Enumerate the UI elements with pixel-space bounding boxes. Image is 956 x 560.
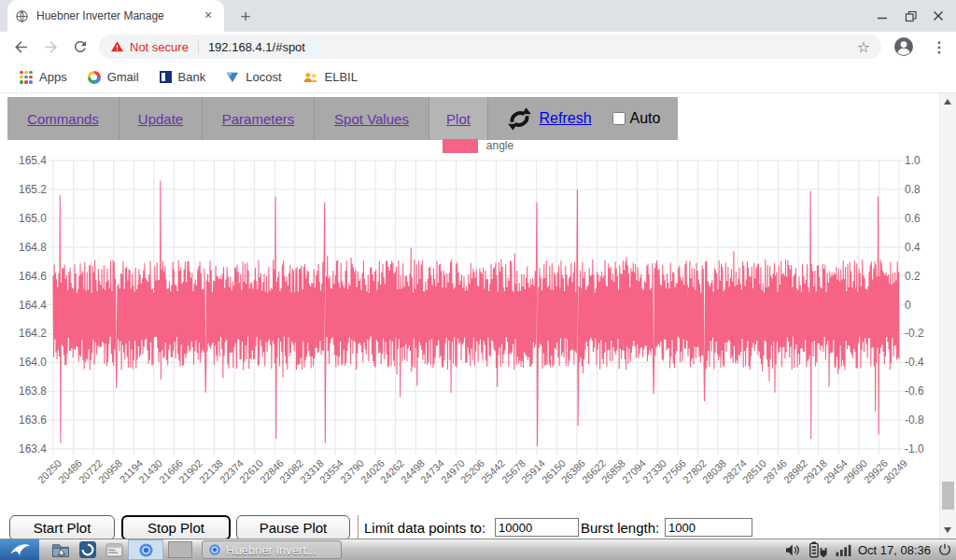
- scroll-up-icon[interactable]: [944, 99, 951, 105]
- restore-icon[interactable]: [896, 2, 924, 30]
- y-axis-left-label: 164.0: [0, 356, 47, 369]
- back-icon[interactable]: [7, 34, 34, 60]
- omnibox-divider: [198, 39, 199, 54]
- power-icon[interactable]: [937, 542, 952, 557]
- app-swirl-icon[interactable]: [76, 540, 100, 559]
- minimize-icon[interactable]: [868, 2, 896, 30]
- pause-plot-button[interactable]: Pause Plot: [236, 515, 350, 539]
- bookmark-label: Locost: [246, 70, 281, 84]
- screen: Huebner Inverter Manage × +: [0, 0, 956, 560]
- chromium-launcher[interactable]: [128, 539, 163, 560]
- system-tray: Oct 17, 08:36: [784, 539, 956, 560]
- new-tab-button[interactable]: +: [233, 5, 258, 29]
- burst-input[interactable]: [665, 518, 752, 537]
- plot-controls: Start Plot Stop Plot Pause Plot Limit da…: [0, 515, 956, 539]
- y-axis-left-label: 163.4: [0, 442, 47, 455]
- burst-label: Burst length:: [581, 520, 659, 536]
- terminal-window-icon[interactable]: [102, 540, 126, 559]
- bank-icon: [160, 71, 172, 83]
- taskbar-clock[interactable]: Oct 17, 08:36: [858, 543, 931, 557]
- y-axis-right-label: -0.6: [905, 385, 924, 398]
- y-axis-right-label: 0.4: [905, 241, 921, 254]
- page-content: Commands Update Parameters Spot Values P…: [0, 93, 956, 539]
- profile-avatar[interactable]: [893, 35, 915, 58]
- bird-logo-icon: [7, 542, 32, 557]
- y-axis-left-label: 164.2: [0, 327, 47, 340]
- y-axis-right-label: -0.8: [905, 413, 924, 427]
- forward-icon[interactable]: [37, 34, 63, 60]
- bookmark-label: ELBIL: [325, 70, 358, 84]
- y-axis-left-label: 164.4: [0, 299, 47, 312]
- browser-toolbar: Not secure 192.168.4.1/#spot ☆ ⋮: [0, 32, 956, 62]
- tab-close-icon[interactable]: ×: [200, 7, 217, 24]
- volume-icon[interactable]: [784, 543, 802, 557]
- desktop-pager[interactable]: [168, 541, 192, 558]
- warning-icon: [110, 40, 124, 53]
- page-scrollbar[interactable]: [939, 93, 956, 539]
- scrollbar-thumb[interactable]: [942, 482, 954, 510]
- signal-strength-icon[interactable]: [836, 543, 851, 556]
- people-icon: [302, 71, 318, 84]
- controls-divider: [358, 515, 358, 539]
- y-axis-left-label: 164.8: [0, 241, 47, 254]
- limit-input[interactable]: [495, 518, 579, 537]
- bookmark-star-icon[interactable]: ☆: [857, 38, 870, 56]
- bookmark-elbil[interactable]: ELBIL: [292, 66, 368, 88]
- y-axis-left-label: 164.6: [0, 270, 47, 283]
- y-axis-right-label: 1.0: [905, 154, 921, 167]
- y-axis-right-label: 0.6: [905, 212, 921, 225]
- chromium-icon: [138, 542, 154, 558]
- bookmark-locost[interactable]: Locost: [216, 66, 291, 88]
- tab-strip: Huebner Inverter Manage × +: [0, 0, 956, 32]
- bookmark-gmail[interactable]: Gmail: [77, 66, 149, 88]
- file-manager-icon[interactable]: [49, 540, 73, 559]
- taskbar-window-label: Huebner Invert...: [226, 543, 316, 557]
- taskbar-window-button[interactable]: Huebner Invert...: [202, 540, 342, 559]
- bookmarks-bar: Apps Gmail Bank Locost ELBIL: [0, 62, 956, 93]
- y-axis-left-label: 163.6: [0, 413, 47, 427]
- close-icon[interactable]: [924, 2, 952, 30]
- y-axis-left-label: 165.0: [0, 212, 47, 225]
- address-bar[interactable]: Not secure 192.168.4.1/#spot ☆: [99, 35, 881, 59]
- browser-tab[interactable]: Huebner Inverter Manage ×: [7, 0, 224, 32]
- y-axis-left-label: 163.8: [0, 385, 47, 398]
- bookmark-apps[interactable]: Apps: [9, 66, 77, 88]
- locost-flag-icon: [226, 71, 239, 84]
- taskbar-menu-button[interactable]: [0, 539, 39, 560]
- browser-menu-icon[interactable]: ⋮: [928, 35, 950, 58]
- bookmark-label: Bank: [178, 70, 206, 84]
- url-text: 192.168.4.1/#spot: [208, 40, 305, 54]
- globe-favicon-icon: [15, 9, 29, 23]
- y-axis-right-label: -0.2: [905, 327, 924, 340]
- limit-label: Limit data points to:: [364, 520, 485, 536]
- taskbar: Huebner Invert...: [0, 539, 956, 560]
- y-axis-right-label: -0.4: [905, 356, 924, 369]
- y-axis-right-label: -1.0: [905, 442, 924, 455]
- start-plot-button[interactable]: Start Plot: [9, 515, 115, 539]
- not-secure-label: Not secure: [130, 40, 189, 54]
- google-g-icon: [88, 71, 101, 84]
- apps-grid-icon: [20, 71, 33, 84]
- y-axis-right-label: 0: [905, 299, 911, 312]
- battery-charging-icon[interactable]: [808, 541, 829, 558]
- bookmark-label: Apps: [39, 70, 67, 84]
- chromium-icon: [208, 543, 221, 556]
- y-axis-right-label: 0.2: [905, 270, 921, 283]
- scroll-down-icon[interactable]: [944, 527, 951, 533]
- y-axis-left-label: 165.4: [0, 154, 47, 167]
- window-controls: [868, 0, 952, 32]
- bookmark-label: Gmail: [107, 70, 139, 84]
- tab-title: Huebner Inverter Manage: [36, 9, 200, 22]
- stop-plot-button[interactable]: Stop Plot: [121, 515, 231, 539]
- bookmark-bank[interactable]: Bank: [149, 66, 217, 88]
- y-axis-left-label: 165.2: [0, 183, 47, 196]
- reload-icon[interactable]: [67, 34, 93, 60]
- y-axis-right-label: 0.8: [905, 183, 921, 196]
